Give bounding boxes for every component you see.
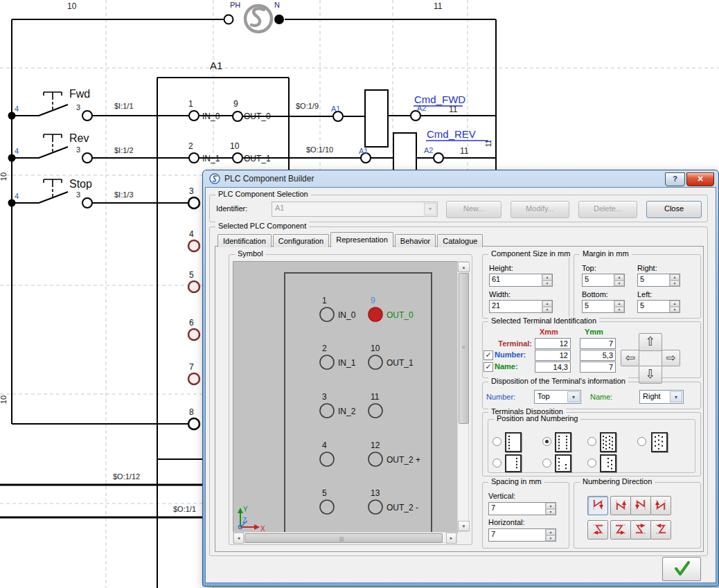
numbering-dir-v3-button[interactable] [630,496,651,515]
spinner[interactable]: ▲▼ [669,274,680,286]
new-button[interactable]: New... [446,201,501,218]
wire-tag[interactable]: Cmd_REV [427,128,476,140]
spinner[interactable]: ▲▼ [669,301,680,312]
terminal-number: 6 [189,318,194,328]
terminal-y-field[interactable]: 7 [580,338,616,349]
name-y-field[interactable]: 7 [580,362,616,373]
margin-left-field[interactable]: 5 ▲▼ [637,300,680,313]
height-field[interactable]: 61 ▲▼ [489,274,553,287]
terminal-label: IN_1 [202,154,220,163]
move-up-button[interactable]: ⇧ [639,333,662,351]
column-label: 11 [434,1,443,11]
number-y-field[interactable]: 5,3 [580,350,616,361]
horizontal-spacing-field[interactable]: 7 ▲▼ [488,528,556,542]
numbering-dir-h4-button[interactable] [650,520,671,540]
numbering-dir-v4-button[interactable] [650,496,671,515]
output-address: $O:1/12 [113,472,140,481]
numbering-dir-h2-button[interactable] [610,520,631,540]
tab-identification[interactable]: Identification [218,234,272,247]
scroll-up-icon[interactable]: ▲ [458,262,470,272]
modify-button[interactable]: Modify... [511,201,569,218]
spinner[interactable]: ▲▼ [614,301,624,312]
identifier-value: A1 [275,204,284,212]
terminal-number: 2 [188,141,193,151]
tab-catalogue[interactable]: Catalogue [437,234,483,247]
ymm-header: Ymm [585,328,603,336]
spinner[interactable]: ▲▼ [542,301,552,312]
wire-tag[interactable]: Cmd_FWD [414,93,465,105]
help-button[interactable]: ? [665,172,685,186]
numbering-dir-icon [592,522,604,536]
tab-representation[interactable]: Representation [330,232,393,247]
disposition-radio-both[interactable] [542,437,551,446]
symbol-canvas[interactable]: 1 9 IN_0 OUT_0 2 10 IN_1 OUT_1 3 11 IN_2… [233,261,458,533]
close-button[interactable]: Close [646,201,702,218]
close-icon[interactable]: ✕ [686,172,714,186]
spinner[interactable]: ▲▼ [614,274,624,286]
disposition-radio-both-staggered[interactable] [587,437,596,446]
xmm-header: Xmm [540,328,558,336]
scroll-down-icon[interactable]: ▼ [458,521,470,531]
vscroll-thumb[interactable]: ≡ [459,273,469,424]
title-bar[interactable]: PLC Component Builder ? ✕ [205,171,716,186]
move-left-button[interactable]: ⇦ [621,350,639,366]
group-label: Numbering Direction [580,477,655,485]
spinner[interactable]: ▲▼ [542,274,552,286]
scroll-left-icon[interactable]: ◄ [233,533,244,544]
phase-label: PH [230,1,240,9]
spin-down-icon: ▼ [542,307,552,313]
name-checkbox[interactable]: ✓ [483,362,493,372]
top-label: Top: [582,264,596,272]
contact-name: Rev [69,132,89,144]
identifier-combobox[interactable]: A1 ▼ [272,202,438,217]
move-right-button[interactable]: ⇨ [662,350,680,366]
hscroll-thumb[interactable]: ||| [245,533,443,543]
number-disposition-combobox[interactable]: Top ▼ [534,390,581,404]
numbering-dir-v2-button[interactable] [610,496,631,515]
column-label: 10 [67,1,77,11]
width-field[interactable]: 21 ▲▼ [489,300,553,313]
validate-button[interactable] [662,557,701,581]
dest-label: 11 [449,105,458,114]
scroll-right-icon[interactable]: ► [446,533,456,544]
margin-top-field[interactable]: 5 ▲▼ [582,274,625,287]
numbering-dir-h1-button[interactable] [587,520,608,540]
numbering-dir-icon [654,499,668,511]
chevron-down-icon: ▼ [424,203,436,215]
disposition-radio-left[interactable] [492,437,501,446]
group-label: Position and Numbering [494,414,580,422]
check-icon [670,559,693,578]
numbering-dir-v1-button[interactable] [587,496,608,515]
number-x-field[interactable]: 12 [535,350,571,361]
terminal-number: 10 [230,141,240,151]
vertical-spacing-field[interactable]: 7 ▲▼ [488,502,556,515]
identifier-label: Identifier: [216,204,247,213]
numbering-dir-h3-button[interactable] [630,520,651,540]
axis-z-label: Z [242,517,247,524]
disposition-radio-right-staggered[interactable] [587,458,596,467]
margin-bottom-field[interactable]: 5 ▲▼ [582,300,625,313]
coil-pin: A1 [331,105,340,113]
number-checkbox[interactable]: ✓ [483,350,493,360]
symbol-hscrollbar[interactable]: ◄ ||| ► [233,532,457,543]
spinner[interactable]: ▲▼ [545,503,556,515]
name-x-field[interactable]: 14,3 [535,362,571,373]
delete-button[interactable]: Delete... [578,201,637,218]
app-icon [209,173,220,184]
disposition-radio-scattered[interactable] [637,437,646,446]
terminal-label: OUT_0 [387,310,414,320]
margin-right-field[interactable]: 5 ▲▼ [637,274,680,287]
terminal-x-field[interactable]: 12 [535,338,571,349]
symbol-vscrollbar[interactable]: ▲ ≡ ▼ [457,261,469,532]
spinner[interactable]: ▲▼ [545,529,556,541]
disposition-radio-left-partial[interactable] [542,458,551,467]
thumb-grip: ≡ [462,344,465,350]
disposition-radio-right[interactable] [492,458,501,467]
spin-down-icon: ▼ [614,280,624,287]
tab-configuration[interactable]: Configuration [273,234,329,247]
terminal-label: IN_0 [338,310,356,320]
output-address: $O:1/10 [306,145,333,154]
tab-strip: IdentificationConfigurationRepresentatio… [218,232,484,247]
tab-behavior[interactable]: Behavior [395,234,436,247]
name-disposition-combobox[interactable]: Right ▼ [639,390,684,404]
